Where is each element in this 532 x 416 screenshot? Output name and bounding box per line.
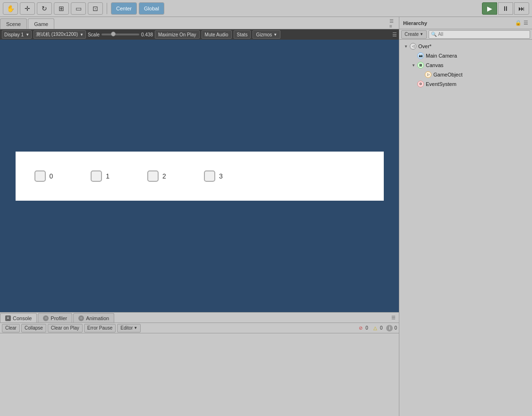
maximize-label: Maximize On Play [158, 32, 196, 37]
console-tab-label: Console [13, 315, 32, 321]
mute-label: Mute Audio [205, 32, 228, 37]
clear-button[interactable]: Clear [2, 324, 20, 332]
stats-label: Stats [237, 32, 248, 37]
tree-arrow-over: ▼ [403, 43, 409, 49]
tree-label-over: Over* [418, 43, 431, 49]
warn-icon: △ [372, 325, 379, 331]
collapse-label: Collapse [25, 325, 43, 331]
space-toggle[interactable]: Global [139, 2, 164, 15]
editor-button[interactable]: Editor ▼ [117, 324, 141, 332]
info-icon: i [386, 325, 393, 331]
tree-label-canvas: Canvas [426, 62, 443, 68]
console-area: ≡ Console ○ Profiler ○ Animation ☰ Clear [0, 312, 399, 416]
scene-tab-label: Scene [6, 21, 21, 27]
game-view: 0 1 2 3 [0, 40, 399, 312]
scale-slider[interactable] [101, 34, 139, 35]
menu-icon[interactable]: ☰ [524, 20, 528, 26]
tree-icon-gameobject: ▷ [425, 71, 431, 78]
animation-tab-icon: ○ [78, 315, 84, 321]
search-box[interactable]: 🔍 [429, 30, 530, 39]
rotate-tool-button[interactable]: ↻ [37, 2, 52, 15]
pivot-center-option[interactable]: Center [111, 3, 136, 14]
tree-item-main-camera[interactable]: 📷 Main Camera [399, 51, 532, 60]
profiler-tab-label: Profiler [51, 315, 67, 321]
tree-item-eventsystem[interactable]: ⚙ EventSystem [399, 79, 532, 89]
error-pause-button[interactable]: Error Pause [84, 324, 116, 332]
console-content [0, 333, 399, 416]
game-tab-label: Game [34, 21, 48, 27]
move-tool-button[interactable]: ✛ [20, 2, 35, 15]
display-select[interactable]: Display 1 ▼ [2, 30, 32, 39]
editor-label: Editor [120, 325, 133, 331]
warn-status: △ 0 [372, 325, 383, 331]
tree-icon-over: ◁ [410, 43, 416, 50]
checkbox-0[interactable] [34, 170, 46, 182]
clear-on-play-button[interactable]: Clear on Play [48, 324, 83, 332]
tree-item-canvas[interactable]: ▼ ▦ Canvas [399, 60, 532, 70]
transform-tool-button[interactable]: ⊡ [88, 2, 103, 15]
scene-tab[interactable]: Scene [0, 18, 27, 29]
game-item-0: 0 [34, 170, 53, 182]
step-button[interactable]: ⏭ [514, 2, 529, 15]
tree-label-eventsystem: EventSystem [426, 81, 456, 87]
search-input[interactable] [438, 32, 528, 37]
checkbox-1[interactable] [91, 170, 102, 182]
tab-menu-button[interactable]: ☰ ≡ [389, 18, 399, 29]
clear-on-play-label: Clear on Play [51, 325, 79, 331]
maximize-on-play-button[interactable]: Maximize On Play [155, 30, 200, 39]
scale-container: Scale 0.438 [88, 32, 153, 37]
error-pause-label: Error Pause [87, 325, 112, 331]
top-toolbar: ✋ ✛ ↻ ⊞ ▭ ⊡ Center Global ▶ ⏸ ⏭ [0, 0, 532, 17]
error-count: 0 [365, 325, 368, 331]
item-label-0: 0 [50, 172, 53, 180]
game-item-2: 2 [147, 170, 166, 182]
console-menu-button[interactable]: ☰ [389, 312, 399, 323]
error-status: ⊘ 0 [357, 325, 368, 331]
console-tab[interactable]: ≡ Console [0, 313, 37, 323]
play-controls: ▶ ⏸ ⏭ [482, 2, 529, 15]
resolution-select[interactable]: 测试机 (1920x1200) ▼ [34, 30, 86, 39]
profiler-tab-icon: ○ [43, 315, 49, 321]
play-button[interactable]: ▶ [482, 2, 497, 15]
space-global-option[interactable]: Global [139, 3, 164, 14]
checkbox-3[interactable] [204, 170, 215, 182]
hierarchy-icons: 🔒 ☰ [515, 20, 528, 26]
right-panel: Hierarchy 🔒 ☰ Create ▼ 🔍 ▼ ◁ Over* [399, 17, 532, 416]
tree-item-over[interactable]: ▼ ◁ Over* [399, 42, 532, 51]
create-arrow-icon: ▼ [420, 32, 423, 36]
search-icon: 🔍 [431, 32, 437, 37]
rect-tool-button[interactable]: ▭ [71, 2, 86, 15]
pause-button[interactable]: ⏸ [498, 2, 513, 15]
mute-audio-button[interactable]: Mute Audio [202, 30, 232, 39]
lock-icon[interactable]: 🔒 [515, 20, 522, 26]
tree-icon-eventsystem: ⚙ [417, 81, 424, 87]
collapse-button[interactable]: Collapse [21, 324, 46, 332]
hand-tool-button[interactable]: ✋ [3, 2, 18, 15]
checkbox-2[interactable] [147, 170, 159, 182]
create-label: Create [405, 32, 419, 37]
tree-label-main-camera: Main Camera [426, 53, 457, 59]
scale-label: Scale [88, 32, 100, 37]
game-toolbar-menu[interactable]: ☰ [392, 32, 397, 38]
game-item-1: 1 [91, 170, 110, 182]
scale-tool-button[interactable]: ⊞ [54, 2, 69, 15]
tree-item-gameobject[interactable]: ▷ GameObject [399, 70, 532, 79]
resolution-label: 测试机 (1920x1200) [36, 31, 78, 38]
stats-button[interactable]: Stats [234, 30, 251, 39]
profiler-tab[interactable]: ○ Profiler [38, 313, 72, 323]
tree-icon-canvas: ▦ [417, 62, 424, 68]
create-button[interactable]: Create ▼ [401, 30, 427, 39]
gizmos-arrow-icon: ▼ [273, 33, 277, 37]
info-count: 0 [394, 325, 397, 331]
pivot-toggle[interactable]: Center [111, 2, 137, 15]
console-tab-bar: ≡ Console ○ Profiler ○ Animation ☰ [0, 313, 399, 323]
tree-label-gameobject: GameObject [433, 72, 463, 77]
gizmos-button[interactable]: Gizmos ▼ [253, 30, 280, 39]
game-tab[interactable]: Game [28, 18, 54, 29]
console-status: ⊘ 0 △ 0 i 0 [357, 325, 397, 331]
animation-tab[interactable]: ○ Animation [73, 313, 114, 323]
item-label-3: 3 [219, 172, 223, 180]
hierarchy-title: Hierarchy [403, 20, 512, 26]
scale-value: 0.438 [141, 32, 153, 37]
tree-arrow-canvas: ▼ [411, 62, 416, 68]
